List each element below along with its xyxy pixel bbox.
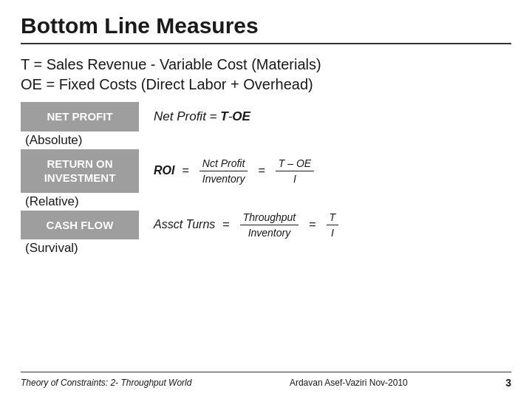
- roi-fraction-2: T – OE I: [276, 157, 314, 185]
- roi-label: RETURN ONINVESTMENT: [21, 149, 139, 193]
- footer-left: Theory of Constraints: 2- Throughput Wor…: [21, 378, 191, 388]
- net-profit-formula: Net Profit = T-OE: [154, 109, 250, 124]
- roi-formula: ROI = Nct Profit Inventory = T – OE I: [154, 157, 317, 185]
- cash-flow-row-inline: CASH FLOW Assct Turns = Throughput Inven…: [21, 211, 511, 240]
- measure-row-net-profit: NET PROFIT Net Profit = T-OE (Absolute): [21, 102, 511, 148]
- roi-fraction-1: Nct Profit Inventory: [200, 157, 248, 185]
- page-container: Bottom Line Measures T = Sales Revenue -…: [0, 0, 532, 399]
- page-title: Bottom Line Measures: [21, 13, 511, 44]
- line-t: T = Sales Revenue - Variable Cost (Mater…: [21, 56, 511, 73]
- net-profit-formula-area: Net Profit = T-OE: [154, 109, 511, 124]
- cash-flow-qualifier: (Survival): [21, 241, 511, 256]
- asset-turns-formula: Assct Turns = Throughput Inventory = T I: [154, 211, 341, 239]
- roi-qualifier: (Relative): [21, 194, 511, 209]
- measure-row-cash-flow: CASH FLOW Assct Turns = Throughput Inven…: [21, 211, 511, 256]
- net-profit-qualifier: (Absolute): [21, 133, 511, 148]
- footer: Theory of Constraints: 2- Throughput Wor…: [21, 372, 511, 389]
- cash-flow-label: CASH FLOW: [21, 211, 139, 240]
- roi-formula-area: ROI = Nct Profit Inventory = T – OE I: [154, 157, 511, 185]
- asset-turns-fraction-2: T I: [327, 211, 339, 239]
- measures-container: NET PROFIT Net Profit = T-OE (Absolute) …: [21, 102, 511, 372]
- net-profit-label: NET PROFIT: [21, 102, 139, 132]
- footer-center: Ardavan Asef-Vaziri Nov-2010: [290, 378, 408, 388]
- asset-turns-fraction-1: Throughput Inventory: [240, 211, 299, 239]
- cash-flow-formula-area: Assct Turns = Throughput Inventory = T I: [154, 211, 511, 239]
- footer-right: 3: [505, 377, 511, 389]
- roi-row-inline: RETURN ONINVESTMENT ROI = Nct Profit Inv…: [21, 149, 511, 193]
- line-oe: OE = Fixed Costs (Direct Labor + Overhea…: [21, 76, 511, 93]
- net-profit-row-inline: NET PROFIT Net Profit = T-OE: [21, 102, 511, 132]
- measure-row-roi: RETURN ONINVESTMENT ROI = Nct Profit Inv…: [21, 149, 511, 209]
